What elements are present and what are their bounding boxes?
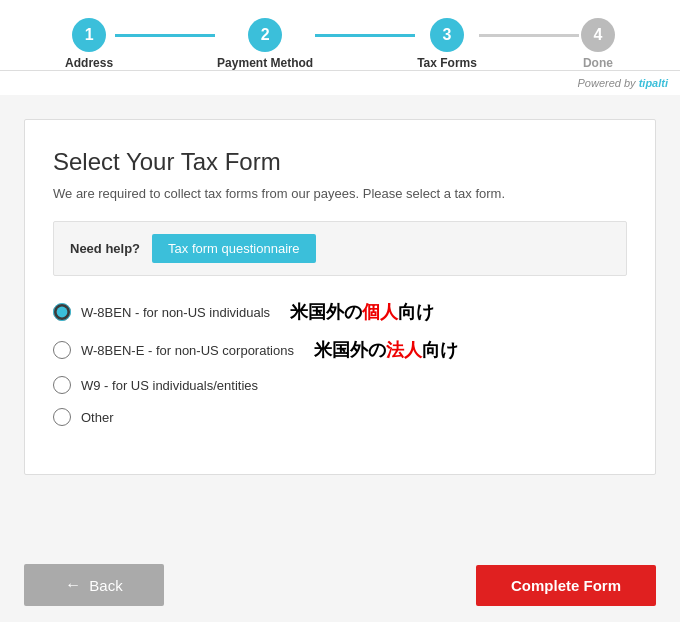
back-button-label: Back [89, 577, 122, 594]
step-line-3 [479, 34, 579, 37]
step-label-4: Done [583, 56, 613, 70]
radio-row-w8ben: W-8BEN - for non-US individuals 米国外の個人向け [53, 300, 627, 324]
back-button[interactable]: ← Back [24, 564, 164, 606]
tipalti-brand: tipalti [639, 77, 668, 89]
annotation-w8bene-bold: 法人 [386, 340, 422, 360]
header: 1 Address 2 Payment Method 3 Tax Forms 4… [0, 0, 680, 71]
annotation-w8ben-bold: 個人 [362, 302, 398, 322]
annotation-w8ben: 米国外の個人向け [290, 300, 434, 324]
step-circle-2: 2 [248, 18, 282, 52]
step-line-2 [315, 34, 415, 37]
bottom-nav: ← Back Complete Form [0, 548, 680, 622]
radio-group: W-8BEN - for non-US individuals 米国外の個人向け… [53, 300, 627, 426]
radio-row-other: Other [53, 408, 627, 426]
step-circle-3: 3 [430, 18, 464, 52]
radio-label-other[interactable]: Other [81, 410, 114, 425]
step-2: 2 Payment Method [217, 18, 313, 70]
tax-form-questionnaire-button[interactable]: Tax form questionnaire [152, 234, 316, 263]
card-description: We are required to collect tax forms fro… [53, 186, 627, 201]
stepper: 1 Address 2 Payment Method 3 Tax Forms 4… [40, 18, 640, 70]
step-3: 3 Tax Forms [417, 18, 477, 70]
step-4: 4 Done [581, 18, 615, 70]
radio-row-w8bene: W-8BEN-E - for non-US corporations 米国外の法… [53, 338, 627, 362]
complete-form-button[interactable]: Complete Form [476, 565, 656, 606]
step-label-2: Payment Method [217, 56, 313, 70]
tax-form-card: Select Your Tax Form We are required to … [24, 119, 656, 475]
card-title: Select Your Tax Form [53, 148, 627, 176]
step-label-3: Tax Forms [417, 56, 477, 70]
annotation-w8bene: 米国外の法人向け [314, 338, 458, 362]
radio-label-w8bene[interactable]: W-8BEN-E - for non-US corporations [81, 343, 294, 358]
radio-w8ben[interactable] [53, 303, 71, 321]
powered-by-text: Powered by [578, 77, 639, 89]
step-1: 1 Address [65, 18, 113, 70]
help-label: Need help? [70, 241, 140, 256]
help-box: Need help? Tax form questionnaire [53, 221, 627, 276]
radio-w8bene[interactable] [53, 341, 71, 359]
step-label-1: Address [65, 56, 113, 70]
radio-w9[interactable] [53, 376, 71, 394]
step-circle-1: 1 [72, 18, 106, 52]
radio-label-w9[interactable]: W9 - for US individuals/entities [81, 378, 258, 393]
main-area: Select Your Tax Form We are required to … [0, 95, 680, 548]
radio-other[interactable] [53, 408, 71, 426]
step-line-1 [115, 34, 215, 37]
back-arrow-icon: ← [65, 576, 81, 594]
radio-row-w9: W9 - for US individuals/entities [53, 376, 627, 394]
radio-label-w8ben[interactable]: W-8BEN - for non-US individuals [81, 305, 270, 320]
step-circle-4: 4 [581, 18, 615, 52]
powered-by-bar: Powered by tipalti [0, 71, 680, 95]
